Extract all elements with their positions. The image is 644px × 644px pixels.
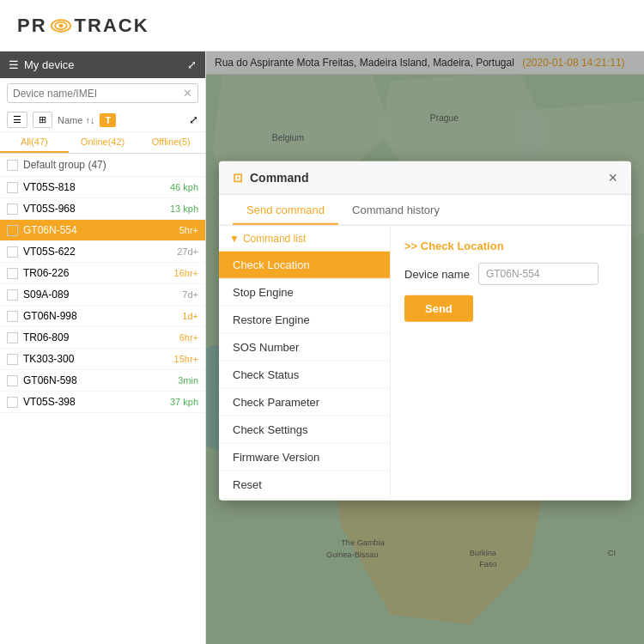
- send-button-container: Send: [404, 295, 617, 322]
- device-name: GT06N-998: [23, 310, 182, 322]
- device-item[interactable]: TK303-300 15hr+: [0, 349, 205, 370]
- device-checkbox[interactable]: [7, 204, 18, 215]
- logo-icon: [51, 15, 71, 36]
- sidebar-header-left: ☰ My device: [9, 58, 75, 71]
- command-list-item[interactable]: More: [219, 499, 390, 501]
- device-status: 27d+: [177, 246, 198, 257]
- group-checkbox[interactable]: [7, 160, 18, 171]
- device-name: S09A-089: [23, 289, 182, 301]
- logo-text-post: TRACK: [75, 15, 149, 37]
- command-list-item[interactable]: Check Parameter: [219, 389, 390, 416]
- device-name: VT05S-398: [23, 396, 170, 408]
- device-status: 5hr+: [179, 225, 198, 235]
- device-checkbox[interactable]: [7, 332, 18, 343]
- tab-online[interactable]: Online(42): [69, 132, 137, 153]
- map-area: Rua do Aspirante Mota Freitas, Madeira I…: [206, 52, 644, 644]
- modal-body: ▼ Command list Check LocationStop Engine…: [219, 226, 631, 501]
- command-list-item[interactable]: Reset: [219, 471, 390, 499]
- device-checkbox[interactable]: [7, 246, 18, 258]
- toolbar-grid-icon[interactable]: ⊞: [33, 112, 52, 128]
- device-item[interactable]: GT06N-598 3min: [0, 370, 205, 392]
- device-name: TR06-226: [23, 267, 174, 279]
- device-checkbox[interactable]: [7, 225, 18, 236]
- sidebar-title: My device: [24, 58, 75, 71]
- toolbar-sort-label: Name ↑↓: [58, 115, 94, 125]
- search-input[interactable]: [13, 88, 183, 100]
- device-item[interactable]: GT06N-554 5hr+: [0, 220, 205, 241]
- device-name: VT05S-622: [23, 246, 177, 258]
- command-section-label: Command list: [243, 233, 306, 245]
- device-name: GT06N-554: [23, 224, 179, 236]
- device-tabs: All(47) Online(42) Offline(5): [0, 132, 205, 154]
- device-status: 46 kph: [170, 182, 198, 192]
- modal-close-button[interactable]: ×: [608, 170, 617, 185]
- selected-command-label: >> Check Location: [404, 240, 617, 252]
- command-list-item[interactable]: SOS Number: [219, 334, 390, 361]
- device-group-row[interactable]: Default group (47): [0, 154, 205, 177]
- clear-icon[interactable]: ✕: [183, 87, 192, 100]
- toolbar-list-icon[interactable]: ☰: [7, 112, 27, 128]
- modal-title: Command: [250, 171, 308, 185]
- device-status: 6hr+: [179, 332, 198, 343]
- device-item[interactable]: VT05S-968 13 kph: [0, 198, 205, 220]
- device-status: 37 kph: [170, 397, 198, 407]
- tab-send-command[interactable]: Send command: [233, 195, 338, 225]
- device-name: VT05S-818: [23, 181, 170, 193]
- tab-command-history[interactable]: Command history: [338, 195, 453, 225]
- tab-all[interactable]: All(47): [0, 132, 69, 153]
- device-item[interactable]: VT05S-398 37 kph: [0, 392, 205, 413]
- command-list-item[interactable]: Check Location: [219, 252, 390, 279]
- device-checkbox[interactable]: [7, 268, 18, 279]
- modal-form-area: >> Check Location Device name Send: [391, 226, 631, 501]
- device-checkbox[interactable]: [7, 397, 18, 408]
- device-name-row: Device name: [404, 263, 617, 285]
- command-list-item[interactable]: Restore Engine: [219, 307, 390, 334]
- device-item[interactable]: TR06-226 16hr+: [0, 263, 205, 284]
- main-layout: ☰ My device ⤢ ✕ ☰ ⊞ Name ↑↓ T ⤢ All(47) …: [0, 52, 644, 644]
- device-name: TR06-809: [23, 331, 179, 343]
- logo-text-pre: PR: [17, 15, 47, 37]
- logo: PR TRACK: [17, 15, 149, 37]
- sidebar-search-container[interactable]: ✕: [7, 83, 198, 103]
- command-list-item[interactable]: Stop Engine: [219, 279, 390, 307]
- command-list-item[interactable]: Check Status: [219, 361, 390, 389]
- sidebar-toolbar: ☰ ⊞ Name ↑↓ T ⤢: [0, 108, 205, 132]
- device-checkbox[interactable]: [7, 375, 18, 386]
- device-item[interactable]: S09A-089 7d+: [0, 284, 205, 306]
- terminal-icon: ⊡: [233, 171, 243, 185]
- command-list-item[interactable]: Check Settings: [219, 416, 390, 444]
- section-arrow-icon: ▼: [229, 233, 240, 245]
- device-status: 1d+: [182, 311, 198, 321]
- modal-command-list: ▼ Command list Check LocationStop Engine…: [219, 226, 391, 501]
- device-checkbox[interactable]: [7, 311, 18, 322]
- device-icon: ☰: [9, 58, 19, 71]
- device-name: VT05S-968: [23, 203, 170, 215]
- modal-title-container: ⊡ Command: [233, 171, 308, 185]
- tab-offline[interactable]: Offline(5): [137, 132, 205, 153]
- device-status: 15hr+: [174, 354, 198, 364]
- device-checkbox[interactable]: [7, 289, 18, 301]
- device-name: GT06N-598: [23, 374, 178, 386]
- device-item[interactable]: VT05S-818 46 kph: [0, 177, 205, 198]
- group-label: Default group (47): [23, 159, 106, 171]
- sidebar-header: ☰ My device ⤢: [0, 52, 205, 78]
- device-item[interactable]: TR06-809 6hr+: [0, 327, 205, 349]
- device-status: 13 kph: [170, 204, 198, 214]
- device-status: 16hr+: [174, 268, 198, 278]
- toolbar-t-button[interactable]: T: [100, 113, 116, 127]
- toolbar-expand[interactable]: ⤢: [189, 113, 198, 126]
- device-name-label: Device name: [404, 267, 470, 280]
- device-name-input[interactable]: [478, 263, 598, 285]
- command-list-item[interactable]: Firmware Version: [219, 444, 390, 471]
- device-item[interactable]: GT06N-998 1d+: [0, 306, 205, 327]
- command-section-header[interactable]: ▼ Command list: [219, 226, 390, 252]
- device-list: Default group (47) VT05S-818 46 kph VT05…: [0, 154, 205, 644]
- device-checkbox[interactable]: [7, 354, 18, 365]
- device-item[interactable]: VT05S-622 27d+: [0, 241, 205, 263]
- device-checkbox[interactable]: [7, 182, 18, 193]
- device-name: TK303-300: [23, 353, 174, 365]
- device-status: 3min: [178, 375, 198, 386]
- send-button[interactable]: Send: [404, 295, 473, 322]
- svg-point-2: [58, 23, 63, 27]
- collapse-icon[interactable]: ⤢: [187, 58, 197, 71]
